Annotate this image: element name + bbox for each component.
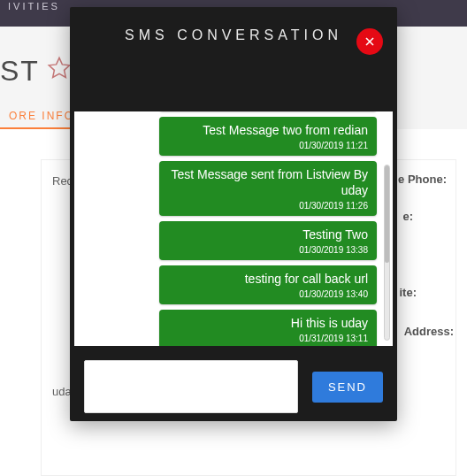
message-input[interactable] — [84, 360, 298, 413]
scrollbar-thumb[interactable] — [385, 165, 389, 263]
topbar-text: IVITIES — [8, 0, 60, 12]
page-title-fragment: ST — [0, 55, 40, 88]
field-label-phone: e Phone: — [398, 173, 447, 186]
compose-row: SEND — [70, 352, 397, 421]
send-button[interactable]: SEND — [312, 372, 383, 403]
close-button[interactable] — [356, 28, 383, 55]
chat-body: Test Message two from redian 01/30/2019 … — [74, 111, 382, 346]
chat-message-text: Test Message sent from Listview By uday — [168, 166, 368, 198]
star-icon[interactable] — [47, 55, 72, 88]
chat-message-text: Hi this is uday — [168, 315, 368, 331]
field-label-e: e: — [402, 210, 413, 223]
chat-bubble: Test Message sent from Listview By uday … — [159, 161, 377, 216]
chat-message-text: Test Message two from redian — [168, 122, 368, 138]
chat-message-timestamp: 01/31/2019 13:11 — [168, 333, 368, 345]
field-label-address: Address: — [404, 325, 454, 338]
close-icon — [365, 37, 374, 46]
chat-message-timestamp: 01/30/2019 13:38 — [168, 244, 368, 257]
chat-message-timestamp: 01/30/2019 13:40 — [168, 288, 368, 301]
chat-bubble: Testing Two 01/30/2019 13:38 — [159, 221, 377, 260]
chat-bubble: Hi this is uday 01/31/2019 13:11 — [159, 310, 377, 346]
scrollbar[interactable] — [384, 165, 390, 341]
tab-more-info-label: ORE INFO — [9, 110, 74, 122]
chat-message-text: testing for call back url — [168, 271, 368, 287]
field-label-ite: ite: — [400, 286, 417, 299]
modal-header: SMS CONVERSATION — [70, 7, 397, 64]
chat-message-timestamp: 01/30/2019 11:26 — [168, 200, 368, 212]
chat-bubble: Test Message two from redian 01/30/2019 … — [159, 117, 377, 156]
page-title-row: ST — [0, 55, 72, 88]
svg-marker-0 — [49, 58, 69, 77]
detail-link[interactable]: uda — [52, 385, 72, 398]
chat-message-timestamp: 01/30/2019 11:21 — [168, 140, 368, 152]
chat-viewport: Test Message two from redian 01/30/2019 … — [74, 111, 393, 346]
chat-bubble: testing for call back url 01/30/2019 13:… — [159, 265, 377, 304]
sms-conversation-modal: SMS CONVERSATION Test Message two from r… — [70, 7, 397, 421]
chat-message-text: Testing Two — [168, 226, 368, 242]
modal-title: SMS CONVERSATION — [125, 27, 342, 43]
